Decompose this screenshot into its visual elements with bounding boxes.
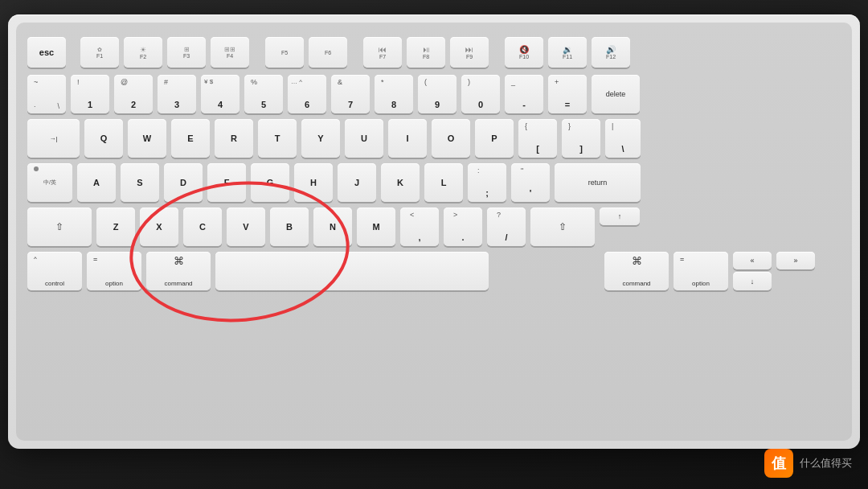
key-s[interactable]: S bbox=[121, 163, 159, 202]
key-8[interactable]: * 8 bbox=[375, 75, 413, 113]
key-2[interactable]: @ 2 bbox=[114, 75, 153, 113]
key-semicolon[interactable]: : ; bbox=[468, 163, 506, 202]
keyboard-photo: esc ✿ F1 ☀ F2 ⊞ F3 ⊞⊞ F4 bbox=[0, 0, 868, 489]
key-0[interactable]: ) 0 bbox=[461, 75, 500, 113]
key-command-left[interactable]: ⌘ command bbox=[146, 252, 211, 290]
key-d[interactable]: D bbox=[164, 163, 203, 202]
key-comma[interactable]: < , bbox=[400, 208, 439, 246]
key-equals[interactable]: + = bbox=[548, 75, 587, 113]
key-f12[interactable]: 🔊 F12 bbox=[592, 37, 630, 68]
key-option-right[interactable]: = option bbox=[674, 252, 728, 290]
key-caps[interactable]: 中/英 bbox=[27, 163, 72, 202]
key-space[interactable] bbox=[215, 252, 489, 290]
key-f9[interactable]: ⏭ F9 bbox=[450, 37, 489, 68]
key-f2[interactable]: ☀ F2 bbox=[124, 37, 162, 68]
key-q[interactable]: Q bbox=[84, 119, 123, 158]
key-i[interactable]: I bbox=[388, 119, 427, 158]
key-command-right[interactable]: ⌘ command bbox=[604, 252, 669, 290]
key-f7[interactable]: ⏮ F7 bbox=[363, 37, 402, 68]
watermark: 值 什么值得买 bbox=[764, 449, 852, 478]
key-7[interactable]: & 7 bbox=[331, 75, 370, 113]
key-f11[interactable]: 🔉 F11 bbox=[548, 37, 587, 68]
key-5[interactable]: % 5 bbox=[244, 75, 283, 113]
key-control[interactable]: ^ control bbox=[27, 252, 82, 290]
key-bracket-left[interactable]: { [ bbox=[518, 119, 557, 158]
key-n[interactable]: N bbox=[313, 208, 352, 246]
key-9[interactable]: ( 9 bbox=[418, 75, 457, 113]
key-h[interactable]: H bbox=[294, 163, 333, 202]
key-z[interactable]: Z bbox=[96, 208, 135, 246]
key-slash[interactable]: ? / bbox=[487, 208, 526, 246]
key-esc[interactable]: esc bbox=[27, 37, 66, 68]
key-f1[interactable]: ✿ F1 bbox=[80, 37, 119, 68]
key-g[interactable]: G bbox=[251, 163, 289, 202]
key-r[interactable]: R bbox=[215, 119, 253, 158]
key-6[interactable]: … ^ 6 bbox=[288, 75, 326, 113]
key-return[interactable]: return bbox=[555, 163, 641, 202]
key-arrow-down[interactable]: ↓ bbox=[733, 272, 772, 290]
key-4[interactable]: ¥ $ 4 bbox=[201, 75, 240, 113]
key-period[interactable]: > . bbox=[444, 208, 482, 246]
key-3[interactable]: # 3 bbox=[158, 75, 196, 113]
key-f10[interactable]: 🔇 F10 bbox=[505, 37, 543, 68]
key-j[interactable]: J bbox=[338, 163, 376, 202]
key-f3[interactable]: ⊞ F3 bbox=[167, 37, 206, 68]
key-backtick[interactable]: ~ · \ bbox=[27, 75, 66, 113]
keyboard-body: esc ✿ F1 ☀ F2 ⊞ F3 ⊞⊞ F4 bbox=[8, 14, 860, 449]
key-minus[interactable]: _ - bbox=[505, 75, 543, 113]
key-shift-left[interactable]: ⇧ bbox=[27, 208, 92, 246]
key-f8[interactable]: ⏯ F8 bbox=[407, 37, 445, 68]
key-c[interactable]: C bbox=[183, 208, 222, 246]
key-arrow-up[interactable]: ↑ bbox=[600, 208, 640, 225]
key-v[interactable]: V bbox=[227, 208, 265, 246]
watermark-logo: 值 bbox=[764, 449, 793, 478]
key-f5[interactable]: F5 bbox=[265, 37, 304, 68]
key-quote[interactable]: " ' bbox=[511, 163, 550, 202]
key-o[interactable]: O bbox=[432, 119, 470, 158]
key-t[interactable]: T bbox=[258, 119, 297, 158]
key-delete[interactable]: delete bbox=[592, 75, 640, 113]
key-option-left[interactable]: = option bbox=[87, 252, 141, 290]
key-arrow-right[interactable]: » bbox=[776, 252, 815, 269]
key-y[interactable]: Y bbox=[301, 119, 340, 158]
key-b[interactable]: B bbox=[270, 208, 309, 246]
key-backslash[interactable]: | \ bbox=[605, 119, 641, 158]
key-arrow-left[interactable]: « bbox=[733, 252, 772, 269]
key-e[interactable]: E bbox=[171, 119, 210, 158]
key-p[interactable]: P bbox=[475, 119, 514, 158]
key-l[interactable]: L bbox=[424, 163, 463, 202]
key-tab[interactable]: →| bbox=[27, 119, 80, 158]
key-f6[interactable]: F6 bbox=[309, 37, 347, 68]
key-shift-right[interactable]: ⇧ bbox=[530, 208, 595, 246]
keyboard-surface: esc ✿ F1 ☀ F2 ⊞ F3 ⊞⊞ F4 bbox=[16, 23, 852, 441]
key-1[interactable]: ! 1 bbox=[71, 75, 109, 113]
key-f[interactable]: F bbox=[207, 163, 246, 202]
key-w[interactable]: W bbox=[128, 119, 166, 158]
key-m[interactable]: M bbox=[357, 208, 395, 246]
key-u[interactable]: U bbox=[345, 119, 383, 158]
key-x[interactable]: X bbox=[140, 208, 178, 246]
watermark-text: 什么值得买 bbox=[800, 456, 852, 471]
key-bracket-right[interactable]: } ] bbox=[562, 119, 600, 158]
key-a[interactable]: A bbox=[77, 163, 116, 202]
key-k[interactable]: K bbox=[381, 163, 420, 202]
key-f4[interactable]: ⊞⊞ F4 bbox=[211, 37, 249, 68]
